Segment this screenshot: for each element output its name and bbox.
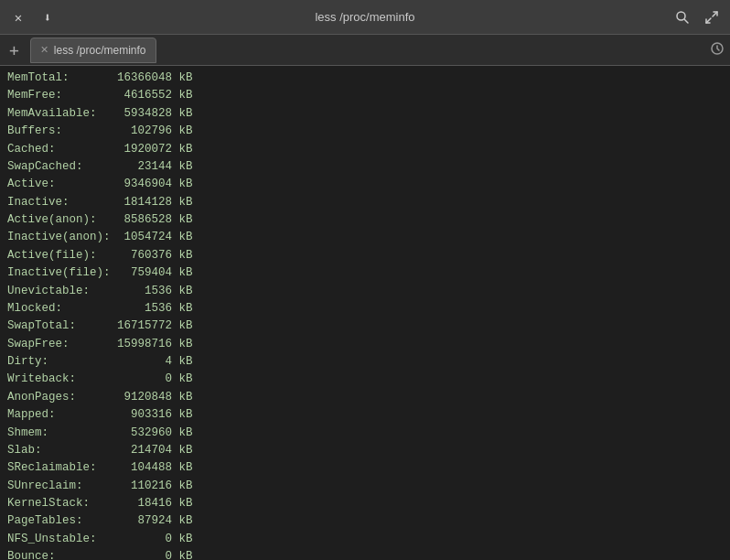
titlebar: ✕ ⬇ less /proc/meminfo <box>0 0 730 35</box>
terminal-content[interactable]: MemTotal: 16366048 kBMemFree: 4616552 kB… <box>0 66 730 560</box>
table-row: Inactive: 1814128 kB <box>7 194 723 211</box>
window-title: less /proc/meminfo <box>315 10 414 24</box>
close-window-icon[interactable]: ✕ <box>9 8 27 27</box>
titlebar-left: ✕ ⬇ <box>9 8 57 27</box>
close-tab-icon[interactable]: ✕ <box>40 44 48 56</box>
table-row: Active(anon): 8586528 kB <box>7 211 723 229</box>
table-row: Cached: 1920072 kB <box>7 141 723 158</box>
table-row: Shmem: 532960 kB <box>7 425 723 442</box>
table-row: SUnreclaim: 110216 kB <box>7 478 723 495</box>
table-row: Buffers: 102796 kB <box>7 123 723 140</box>
table-row: KernelStack: 18416 kB <box>7 495 723 512</box>
download-icon[interactable]: ⬇ <box>38 8 57 27</box>
search-icon[interactable] <box>673 8 692 27</box>
table-row: Unevictable: 1536 kB <box>7 283 723 300</box>
table-row: Dirty: 4 kB <box>7 353 723 371</box>
table-row: AnonPages: 9120848 kB <box>7 389 723 406</box>
table-row: PageTables: 87924 kB <box>7 512 723 530</box>
table-row: MemFree: 4616552 kB <box>7 87 723 104</box>
table-row: Mlocked: 1536 kB <box>7 300 723 318</box>
active-tab[interactable]: ✕ less /proc/meminfo <box>30 38 156 63</box>
maximize-icon[interactable] <box>703 8 721 27</box>
table-row: SwapFree: 15998716 kB <box>7 336 723 353</box>
tab-label: less /proc/meminfo <box>54 44 146 57</box>
svg-line-1 <box>685 19 689 23</box>
table-row: NFS_Unstable: 0 kB <box>7 531 723 548</box>
table-row: Slab: 214704 kB <box>7 442 723 459</box>
table-row: MemTotal: 16366048 kB <box>7 70 723 87</box>
table-row: Bounce: 0 kB <box>7 548 723 560</box>
tabbar: + ✕ less /proc/meminfo <box>0 35 730 66</box>
table-row: Mapped: 903316 kB <box>7 406 723 424</box>
table-row: MemAvailable: 5934828 kB <box>7 105 723 123</box>
restore-icon[interactable] <box>710 41 725 59</box>
table-row: Writeback: 0 kB <box>7 371 723 388</box>
svg-point-0 <box>677 12 685 20</box>
table-row: Active(file): 760376 kB <box>7 247 723 264</box>
table-row: Active: 9346904 kB <box>7 176 723 193</box>
titlebar-right <box>673 8 721 27</box>
table-row: Inactive(anon): 1054724 kB <box>7 229 723 246</box>
table-row: SwapTotal: 16715772 kB <box>7 318 723 335</box>
table-row: Inactive(file): 759404 kB <box>7 264 723 282</box>
table-row: SwapCached: 23144 kB <box>7 158 723 176</box>
table-row: SReclaimable: 104488 kB <box>7 459 723 477</box>
new-tab-button[interactable]: + <box>5 42 23 59</box>
app-window: ✕ ⬇ less /proc/meminfo + <box>0 0 730 560</box>
